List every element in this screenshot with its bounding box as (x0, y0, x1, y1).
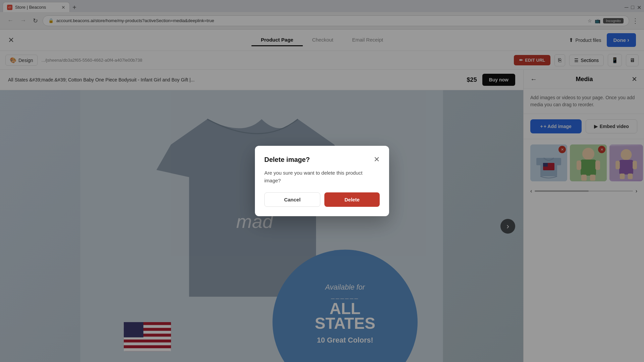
modal-title: Delete image? (264, 156, 310, 164)
modal-overlay: Delete image? ✕ Are you sure you want to… (0, 0, 644, 362)
cancel-button[interactable]: Cancel (264, 192, 320, 207)
modal-actions: Cancel Delete (264, 192, 380, 207)
modal-header: Delete image? ✕ (264, 155, 380, 164)
delete-image-modal: Delete image? ✕ Are you sure you want to… (255, 146, 389, 216)
modal-close-button[interactable]: ✕ (374, 155, 380, 164)
modal-body: Are you sure you want to delete this pro… (264, 169, 380, 184)
delete-button[interactable]: Delete (324, 192, 380, 207)
